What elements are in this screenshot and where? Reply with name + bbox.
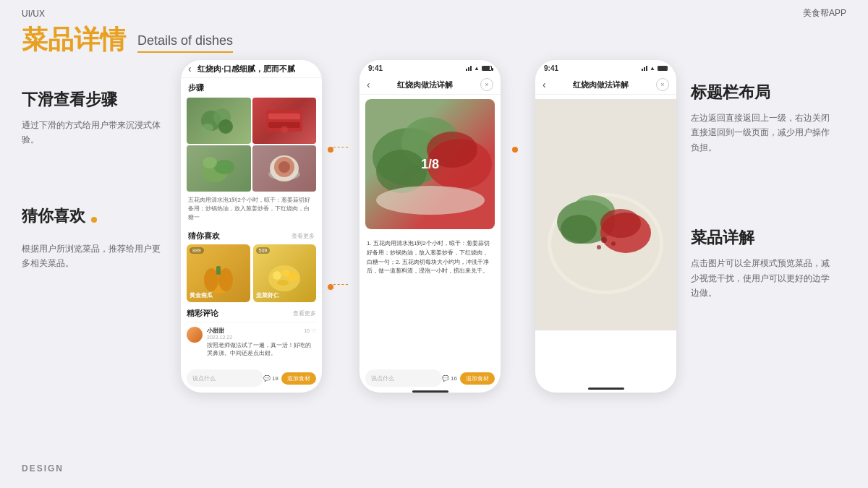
veg-svg: [197, 99, 240, 142]
feature-scroll-title: 下滑查看步骤: [22, 89, 166, 111]
svg-point-39: [611, 241, 616, 246]
left-panel: 下滑查看步骤 通过下滑的方式给用户带来沉浸式体验。 猜你喜欢 根据用户所浏览菜品…: [22, 60, 166, 421]
connector-dot-1b: [328, 284, 333, 290]
step-img-1: [187, 98, 251, 144]
commenter-avatar: [187, 327, 203, 343]
feature-titlebar-title: 标题栏布局: [691, 82, 835, 103]
svg-point-2: [218, 119, 233, 134]
phone3-close-icon[interactable]: ×: [656, 78, 669, 91]
svg-point-40: [597, 245, 601, 249]
page-title-cn: 菜品详情: [22, 27, 126, 53]
recommend-card2-count: 509: [256, 247, 271, 254]
connector-2: [512, 60, 524, 421]
feature-titlebar: 标题栏布局 左边返回直接返回上一级，右边关闭直接退回到一级页面，减少用户操作负担…: [691, 82, 835, 155]
like-count: 10: [304, 328, 310, 333]
feature-scroll: 下滑查看步骤 通过下滑的方式给用户带来沉浸式体验。: [22, 89, 166, 147]
phone1-comments-title: 精彩评论: [187, 308, 218, 319]
phone3-nav: ‹ 红烧肉做法详解 ×: [535, 75, 676, 95]
comment-text: 按照老师做法试了一遍，真一活！好吃的哭鼻涕。中间还差点出錯。: [207, 341, 316, 357]
phone1-recommend-header: 猜你喜欢 查看更多: [181, 226, 322, 244]
svg-point-38: [601, 237, 607, 243]
phone3-nav-title: 红烧肉做法详解: [573, 80, 629, 90]
meat-svg: [263, 99, 306, 142]
feature-dish-detail-desc: 点击图片可以全屏模式预览菜品，减少视觉干扰，使用户可以更好的边学边做。: [691, 256, 835, 300]
svg-point-22: [288, 272, 298, 282]
dish-thumb: [252, 145, 317, 192]
input-placeholder-text: 说点什么: [192, 374, 216, 382]
phone3-status-time: 9:41: [544, 64, 558, 72]
step-img-4: [252, 145, 317, 192]
phone1-step-desc: 五花肉用清水泡1到2个小时，晾干：葱姜蒜切好备用；炒锅热油，放入葱姜炒香，下红烧…: [181, 192, 322, 226]
phone2-follow-button[interactable]: 追加食材: [460, 372, 495, 385]
svg-point-10: [203, 157, 217, 168]
battery-icon: [482, 66, 492, 71]
phone1-back-icon[interactable]: ‹: [188, 63, 192, 74]
wifi-icon: ▲: [474, 65, 480, 72]
dashed-line-2: [333, 284, 348, 285]
comment-date: 2023.12.22: [207, 335, 316, 340]
phone2-main-image[interactable]: 1/8: [365, 99, 495, 229]
phone3-fullscreen-image[interactable]: [535, 99, 676, 330]
feature-scroll-desc: 通过下滑的方式给用户带来沉浸式体验。: [22, 118, 166, 147]
phone2-comment-input[interactable]: 说点什么: [365, 369, 442, 387]
app-label: 美食帮APP: [803, 7, 846, 20]
comment-number: 18: [272, 375, 278, 382]
phone2-nav: ‹ 红烧肉做法详解 ×: [359, 75, 501, 95]
right-panel: 标题栏布局 左边返回直接返回上一级，右边关闭直接退回到一级页面，减少用户操作负担…: [691, 60, 835, 421]
veg2-svg: [197, 147, 240, 190]
veg2-thumb: [187, 145, 251, 192]
comment-body: 小甜甜 10 ♡ 2023.12.22 按照老师做法试了一遍，真一活！好吃的哭鼻…: [207, 327, 316, 357]
phone2-close-icon[interactable]: ×: [480, 78, 493, 91]
page-title-en: Details of dishes: [137, 33, 233, 53]
follow-button[interactable]: 追加食材: [281, 372, 316, 385]
comment-likes: 10 ♡: [304, 328, 316, 334]
svg-point-20: [273, 271, 281, 280]
connector-dot-1a: [328, 147, 333, 153]
connector-1: [333, 60, 348, 421]
phone3-wifi-icon: ▲: [650, 65, 655, 72]
svg-point-29: [376, 186, 485, 215]
svg-point-7: [281, 126, 288, 133]
recommend-dot: [91, 217, 97, 223]
phone1-recommend-title: 猜你喜欢: [188, 231, 220, 241]
signal-icon: [466, 66, 472, 71]
phone1-recommend-more[interactable]: 查看更多: [292, 232, 315, 240]
phone2-status-icons: ▲: [466, 65, 492, 72]
brand-label: UI/UX: [22, 9, 45, 19]
recommend-card1-label: 黄金南瓜: [190, 291, 213, 299]
svg-point-3: [202, 124, 213, 132]
recommend-card1-count: 889: [190, 247, 204, 254]
phone1-recommend-grid: 889 黄金南瓜 509: [181, 244, 322, 302]
svg-point-14: [278, 161, 290, 173]
phone2-status-time: 9:41: [368, 64, 383, 72]
phone2-status-bar: 9:41 ▲: [359, 60, 501, 75]
phone3-back-icon[interactable]: ‹: [542, 79, 546, 90]
phone-mockup-1: ‹ 红烧肉·口感细腻，肥而不腻 步骤: [181, 60, 322, 393]
phone1-steps-header: 步骤: [181, 78, 322, 98]
svg-rect-18: [216, 266, 221, 275]
phone1-comments-header: 精彩评论 查看更多: [187, 305, 316, 322]
svg-point-23: [277, 280, 289, 286]
recommend-card-1[interactable]: 889 黄金南瓜: [187, 244, 250, 302]
image-counter: 1/8: [421, 157, 439, 172]
phone1-comments-more[interactable]: 查看更多: [293, 309, 316, 317]
phone2-back-icon[interactable]: ‹: [367, 79, 370, 90]
feature-dish-detail-title: 菜品详解: [691, 227, 835, 249]
phone2-nav-title: 红烧肉做法详解: [397, 80, 453, 90]
recommend-card-2[interactable]: 509 韭菜虾仁: [253, 244, 317, 302]
connector-dot-2: [512, 147, 518, 153]
phone1-comment-input[interactable]: 说点什么: [187, 369, 263, 387]
phone1-comments: 精彩评论 查看更多 小甜甜 10 ♡ 2023.12.22: [181, 302, 322, 364]
phone-mockup-3: 9:41 ▲ ‹ 红烧肉做法详解 ×: [535, 60, 676, 393]
phone2-comment-count: 💬 16: [442, 375, 457, 382]
svg-point-37: [600, 209, 641, 238]
step-img-3: [187, 145, 251, 192]
phone1-step-images: [187, 98, 316, 192]
dashed-line-1: [333, 147, 348, 147]
bottom-label: DESIGN: [22, 463, 64, 474]
veg-thumb: [187, 98, 251, 144]
phone1-nav-title: 红烧肉·口感细腻，肥而不腻: [197, 64, 295, 74]
heart-icon: ♡: [312, 328, 316, 334]
step-img-2: [252, 98, 317, 144]
phone2-comment-icon: 💬: [442, 375, 449, 382]
